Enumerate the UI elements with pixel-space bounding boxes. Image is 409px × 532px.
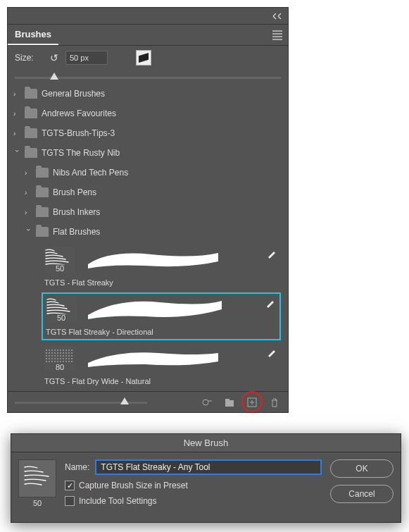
brush-stroke-preview <box>81 247 278 273</box>
brush-size-label: 50 <box>56 314 67 322</box>
name-label: Name: <box>65 462 89 472</box>
folder-icon <box>25 148 37 158</box>
ok-button[interactable]: OK <box>330 459 394 478</box>
svg-point-0 <box>203 400 208 405</box>
panel-footer <box>8 391 288 412</box>
brush-name-input[interactable] <box>95 459 322 475</box>
dialog-brush-thumbnail <box>18 459 56 497</box>
brush-tip-thumbnail: 80 <box>44 346 75 371</box>
folder-label: Andrews Favourites <box>42 109 116 118</box>
toggle-preview-icon[interactable] <box>201 396 213 409</box>
brush-item-flat-dry-wide[interactable]: 80 TGTS - Flat Dry Wide - Natural <box>42 343 281 388</box>
delete-icon[interactable] <box>268 396 281 409</box>
include-tool-label: Include Tool Settings <box>79 496 157 506</box>
brush-preview-thumbnail[interactable] <box>136 50 151 66</box>
art-brush-icon <box>265 298 275 310</box>
capture-size-label: Capture Brush Size in Preset <box>79 481 188 490</box>
chevron-right-icon: › <box>13 110 20 118</box>
folder-icon <box>25 109 37 118</box>
folder-flat-brushes[interactable]: › Flat Brushes <box>8 222 288 242</box>
folder-tgts-brush-tips-3[interactable]: › TGTS-Brush-Tips-3 <box>8 123 288 143</box>
folder-icon <box>36 207 49 217</box>
art-brush-icon <box>267 249 277 261</box>
folder-label: Flat Brushes <box>53 227 100 237</box>
svg-rect-2 <box>225 399 229 401</box>
brush-size-label: 80 <box>54 363 65 371</box>
size-label: Size: <box>15 53 43 63</box>
chevron-right-icon: › <box>25 209 32 216</box>
size-row: Size: ↺ <box>8 46 288 70</box>
brush-item-flat-streaky[interactable]: 50 TGTS - Flat Streaky <box>42 245 281 290</box>
chevron-down-icon: › <box>13 149 21 156</box>
brush-item-flat-streaky-directional[interactable]: 50 TGTS Flat Streaky - Directional <box>42 292 281 340</box>
art-brush-icon <box>267 347 277 359</box>
folder-label: Brush Pens <box>53 187 96 197</box>
slider-thumb-icon[interactable] <box>120 397 129 404</box>
brushes-panel: Brushes Size: ↺ › General Brushes › Andr… <box>7 7 289 413</box>
folder-general-brushes[interactable]: › General Brushes <box>8 84 288 104</box>
folder-nibs-tech-pens[interactable]: › Nibs And Tech Pens <box>8 163 288 183</box>
folder-tgts-rusty-nib[interactable]: › TGTS The Rusty Nib <box>8 143 288 163</box>
cancel-button[interactable]: Cancel <box>330 485 394 503</box>
brush-stroke-preview <box>81 346 278 371</box>
chevron-right-icon: › <box>25 189 32 197</box>
dialog-thumb-size: 50 <box>18 499 56 507</box>
include-tool-settings-checkbox[interactable]: Include Tool Settings <box>65 496 322 506</box>
folder-icon <box>36 187 49 197</box>
brush-tree[interactable]: › General Brushes › Andrews Favourites ›… <box>8 84 288 391</box>
brush-name-label: TGTS Flat Streaky - Directional <box>46 328 277 336</box>
folder-label: Nibs And Tech Pens <box>53 168 128 178</box>
new-group-icon[interactable] <box>223 396 236 409</box>
brush-size-label: 50 <box>54 264 65 273</box>
chevron-right-icon: › <box>13 130 20 137</box>
flip-x-icon[interactable]: ↺ <box>50 52 58 63</box>
size-input[interactable] <box>65 51 108 65</box>
folder-label: Brush Inkers <box>53 207 100 217</box>
folder-label: General Brushes <box>42 89 105 99</box>
brush-name-label: TGTS - Flat Dry Wide - Natural <box>44 377 278 385</box>
checkbox-checked-icon <box>65 481 75 490</box>
chevron-right-icon: › <box>13 90 20 98</box>
brush-name-label: TGTS - Flat Streaky <box>44 278 278 287</box>
folder-label: TGTS The Rusty Nib <box>42 148 120 158</box>
panel-header <box>8 8 288 25</box>
panel-menu-icon[interactable] <box>267 30 288 40</box>
dialog-title: New Brush <box>11 434 401 452</box>
folder-icon <box>36 227 49 237</box>
slider-thumb-icon[interactable] <box>50 73 58 80</box>
chevron-right-icon: › <box>25 169 32 177</box>
new-brush-icon[interactable] <box>246 396 258 409</box>
folder-andrews-favourites[interactable]: › Andrews Favourites <box>8 104 288 123</box>
new-brush-dialog: New Brush 50 Name: Capture Brush Size in… <box>11 433 401 523</box>
folder-label: TGTS-Brush-Tips-3 <box>42 128 115 138</box>
capture-size-checkbox[interactable]: Capture Brush Size in Preset <box>65 481 322 490</box>
brush-stroke-preview <box>82 297 277 322</box>
checkbox-unchecked-icon <box>65 496 75 506</box>
brush-tip-thumbnail: 50 <box>44 247 75 273</box>
collapse-icon[interactable] <box>267 8 288 25</box>
brush-tip-thumbnail: 50 <box>46 297 77 322</box>
folder-brush-pens[interactable]: › Brush Pens <box>8 183 288 202</box>
folder-icon <box>25 128 37 138</box>
brushes-tab[interactable]: Brushes <box>8 25 58 45</box>
folder-icon <box>25 89 37 99</box>
chevron-down-icon: › <box>25 228 32 235</box>
folder-brush-inkers[interactable]: › Brush Inkers <box>8 202 288 222</box>
size-slider[interactable] <box>8 70 288 84</box>
folder-icon <box>36 168 49 178</box>
panel-tab-row: Brushes <box>8 25 288 46</box>
svg-rect-1 <box>225 400 234 407</box>
